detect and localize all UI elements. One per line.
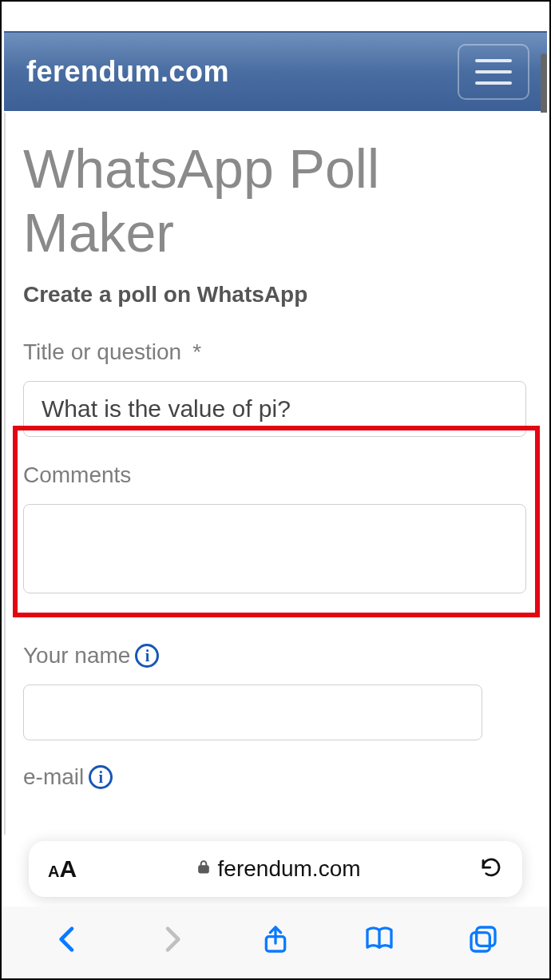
text-size-button[interactable]: AA <box>48 855 77 883</box>
comments-label: Comments <box>23 462 526 488</box>
menu-toggle-button[interactable] <box>458 44 529 100</box>
hamburger-icon <box>475 59 512 62</box>
title-label: Title or question * <box>23 339 526 365</box>
field-group-email: e-mail i <box>6 740 547 790</box>
svg-rect-0 <box>199 866 208 872</box>
required-marker: * <box>184 339 201 365</box>
name-label: Your name i <box>23 643 526 669</box>
browser-address-bar[interactable]: AA ferendum.com <box>29 841 522 897</box>
reload-button[interactable] <box>479 855 503 883</box>
info-icon[interactable]: i <box>135 644 159 668</box>
share-button[interactable] <box>258 922 293 957</box>
forward-button[interactable] <box>154 922 189 957</box>
name-input[interactable] <box>23 684 482 740</box>
site-navbar: ferendum.com <box>4 31 547 111</box>
title-input[interactable] <box>23 381 526 437</box>
lock-icon <box>196 856 212 882</box>
comments-input[interactable] <box>23 504 526 593</box>
browser-toolbar <box>2 907 549 978</box>
email-label: e-mail i <box>23 764 526 790</box>
page-content: WhatsApp Poll Maker Create a poll on Wha… <box>4 113 547 835</box>
svg-rect-2 <box>477 927 495 946</box>
info-icon[interactable]: i <box>89 765 113 789</box>
svg-rect-3 <box>471 933 490 951</box>
site-brand[interactable]: ferendum.com <box>26 55 229 89</box>
status-bar-spacer <box>3 3 548 31</box>
field-group-title: Title or question * <box>6 314 547 437</box>
field-group-comments: Comments <box>6 437 547 597</box>
bookmarks-button[interactable] <box>362 922 397 957</box>
back-button[interactable] <box>50 922 85 957</box>
url-display[interactable]: ferendum.com <box>196 856 361 882</box>
page-title: WhatsApp Poll Maker <box>6 137 547 264</box>
page-subtitle: Create a poll on WhatsApp <box>6 264 547 314</box>
tabs-button[interactable] <box>466 922 501 957</box>
field-group-name: Your name i <box>6 597 547 740</box>
